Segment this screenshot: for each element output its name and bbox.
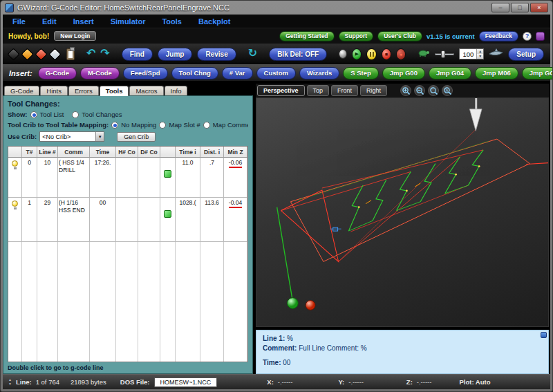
speed-spinner[interactable]: 100 ▲▼ — [459, 48, 484, 59]
gen-crib-button[interactable]: Gen Crib — [117, 132, 156, 142]
table-row-cell[interactable]: 113.6 — [200, 198, 224, 242]
getting-started-button[interactable]: Getting Started — [279, 31, 334, 41]
view-tab-right[interactable]: Right — [360, 85, 387, 96]
redo-icon[interactable]: ↷ — [100, 48, 109, 59]
table-row-cell[interactable] — [138, 158, 160, 198]
table-row-cell[interactable]: 17:26. — [90, 158, 116, 198]
find-button[interactable]: Find — [122, 48, 153, 61]
table-row-cell[interactable] — [116, 198, 138, 242]
pause-button[interactable] — [366, 48, 376, 60]
view-tab-perspective[interactable]: Perspective — [257, 85, 305, 96]
feedback-button[interactable]: Feedback — [479, 31, 518, 41]
reset-sim-button[interactable] — [339, 49, 347, 59]
title-bar[interactable]: GWizard: G-Code Editor: HomeSwitchRearPa… — [1, 1, 552, 15]
menu-edit[interactable]: Edit — [42, 17, 57, 26]
table-row-cell[interactable]: 1028.( — [176, 198, 200, 242]
revise-button[interactable]: Revise — [197, 48, 236, 61]
table-row-cell[interactable] — [160, 158, 176, 198]
table-row-cell[interactable] — [8, 198, 22, 242]
refresh-icon[interactable]: ↻ — [248, 48, 257, 59]
radio-map-comment[interactable] — [203, 122, 210, 129]
users-club-button[interactable]: User's Club — [377, 31, 422, 41]
table-row-cell[interactable]: 00 — [90, 198, 116, 242]
jump-button[interactable]: Jump — [158, 48, 193, 61]
menu-tools[interactable]: Tools — [162, 17, 182, 26]
tab-info[interactable]: Info — [165, 86, 188, 95]
zoom-in-button[interactable] — [400, 85, 411, 96]
table-row-cell[interactable]: -0.06 — [224, 158, 247, 198]
insert-mcode-button[interactable]: M-Code — [80, 67, 120, 80]
jmp-g04-button[interactable]: Jmp G04 — [429, 67, 471, 80]
view-tab-top[interactable]: Top — [307, 85, 330, 96]
table-row-cell[interactable]: 29 — [37, 198, 58, 242]
open-file-icon[interactable] — [21, 48, 33, 60]
paste-icon[interactable] — [66, 48, 75, 60]
radio-tool-changes-label[interactable]: Tool Changes — [82, 111, 122, 118]
menu-backplot[interactable]: Backplot — [198, 17, 230, 26]
insert-var-button[interactable]: # Var — [222, 67, 253, 80]
zoom-out-button[interactable] — [414, 85, 425, 96]
rewind-button[interactable]: ● — [396, 48, 406, 60]
table-row-cell[interactable]: .7 — [200, 158, 224, 198]
table-row-cell[interactable] — [138, 198, 160, 242]
zoom-all-button[interactable]: A — [442, 85, 453, 96]
table-row-cell[interactable]: ( HSS 1/4 DRILL — [58, 158, 90, 198]
tab-errors[interactable]: Errors — [68, 86, 99, 95]
backplot-3d-view[interactable] — [256, 97, 549, 327]
stop-button[interactable]: ■ — [382, 48, 391, 60]
purple-badge-icon[interactable] — [536, 32, 545, 41]
crib-dropdown[interactable]: <No Crib> ▼ — [39, 131, 104, 142]
radio-map-slot-label[interactable]: Map Slot # — [169, 121, 200, 129]
radio-no-mapping-label[interactable]: No Mapping — [121, 121, 156, 129]
close-button[interactable]: × — [530, 3, 548, 12]
setup-button[interactable]: Setup — [508, 48, 544, 61]
table-row-cell[interactable]: (H 1/16 HSS END — [58, 198, 90, 242]
save-as-icon[interactable] — [48, 48, 61, 60]
zoom-window-button[interactable] — [428, 85, 439, 96]
table-row-cell[interactable]: 11.0 — [176, 158, 200, 198]
info-corner-button[interactable] — [541, 332, 547, 338]
undo-icon[interactable]: ↶ — [86, 48, 95, 59]
save-file-icon[interactable] — [35, 48, 47, 60]
chevron-down-icon[interactable]: ▼ — [95, 132, 104, 141]
radio-map-slot[interactable] — [159, 122, 166, 129]
menu-insert[interactable]: Insert — [73, 17, 94, 26]
insert-custom-button[interactable]: Custom — [256, 67, 296, 80]
support-button[interactable]: Support — [339, 31, 374, 41]
help-icon[interactable]: ? — [523, 32, 532, 41]
insert-toolchng-button[interactable]: Tool Chng — [171, 67, 218, 80]
menu-file[interactable]: File — [12, 17, 26, 26]
jmp-g00-button[interactable]: Jmp G00 — [382, 67, 425, 80]
blk-del-button[interactable]: Blk Del: OFF — [269, 48, 327, 61]
tab-hints[interactable]: Hints — [40, 86, 68, 95]
radio-tool-list[interactable] — [30, 111, 37, 118]
radio-tool-list-label[interactable]: Tool List — [40, 111, 64, 118]
maximize-button[interactable]: □ — [511, 3, 529, 12]
sim-speed-slider[interactable] — [435, 50, 454, 58]
tab-tools[interactable]: Tools — [100, 86, 129, 96]
tab-gcode[interactable]: G-Code — [4, 86, 39, 95]
s-step-button[interactable]: S Step — [343, 67, 379, 80]
new-login-button[interactable]: New Login — [54, 31, 96, 41]
insert-gcode-button[interactable]: G-Code — [38, 67, 77, 80]
radio-tool-changes[interactable] — [72, 111, 79, 118]
table-row-cell[interactable]: 0 — [22, 158, 37, 198]
radio-map-comment-label[interactable]: Map Comme — [213, 121, 248, 129]
insert-wizards-button[interactable]: Wizards — [299, 67, 339, 80]
new-file-icon[interactable] — [7, 48, 19, 60]
jmp-m06-button[interactable]: Jmp M06 — [475, 67, 518, 80]
radio-no-mapping[interactable] — [111, 122, 118, 129]
table-row-cell[interactable]: -0.04 — [224, 198, 247, 242]
table-row-cell[interactable] — [8, 158, 22, 198]
menu-simulator[interactable]: Simulator — [111, 17, 146, 26]
tab-macros[interactable]: Macros — [129, 86, 163, 95]
minimize-button[interactable]: – — [491, 3, 509, 12]
table-row-cell[interactable]: 10 — [37, 158, 58, 198]
table-row-cell[interactable] — [160, 198, 176, 242]
table-row-cell[interactable]: 1 — [22, 198, 37, 242]
jmp-goto-button[interactable]: Jmp GOTO — [522, 67, 553, 80]
play-button[interactable]: ▶ — [352, 48, 362, 60]
table-row-cell[interactable] — [116, 158, 138, 198]
line-nav-icons[interactable]: ▲▼ — [8, 378, 12, 386]
view-tab-front[interactable]: Front — [331, 85, 358, 96]
